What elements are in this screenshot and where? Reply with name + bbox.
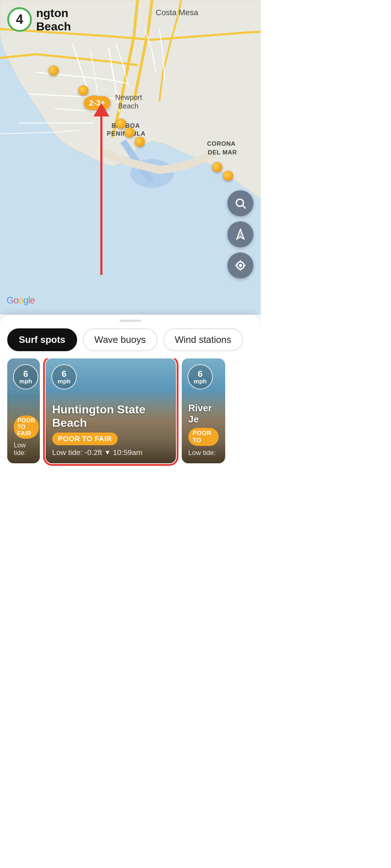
wind-badge-river: 6 mph: [188, 364, 213, 390]
surf-card-huntington[interactable]: 6 mph Huntington State Beach POOR TO FAI…: [46, 358, 176, 463]
google-logo: Google: [7, 295, 35, 306]
surf-card-partial-left[interactable]: 6 mph POOR TO FAIR Low tide:: [7, 358, 40, 463]
surf-marker-6[interactable]: [135, 137, 145, 147]
wind-badge-huntington: 6 mph: [51, 364, 77, 390]
costa-mesa-label: Costa Mesa: [156, 8, 198, 17]
wind-badge-left: 6 mph: [13, 364, 38, 390]
tab-wind-stations[interactable]: Wind stations: [163, 328, 243, 351]
corona-label: CORONA: [207, 140, 236, 148]
newport-label: Newport: [115, 93, 142, 102]
svg-point-6: [239, 264, 241, 267]
map-actions: [227, 190, 253, 278]
surf-marker-5[interactable]: [125, 127, 135, 137]
tide-info-left: Low tide:: [14, 442, 33, 457]
del-mar-label: DEL MAR: [208, 149, 237, 156]
card-title-huntington: Huntington State Beach: [52, 403, 169, 430]
svg-point-2: [236, 199, 244, 207]
quality-badge-river: POOR TO: [188, 428, 219, 446]
location-name: ngton Beach: [36, 7, 71, 33]
svg-line-3: [243, 205, 245, 208]
tab-wave-buoys[interactable]: Wave buoys: [83, 328, 157, 351]
search-map-button[interactable]: [227, 190, 253, 216]
surf-marker-7[interactable]: [212, 162, 222, 172]
number-badge: 4: [7, 7, 32, 32]
tide-info-river: Low tide:: [188, 449, 219, 457]
surf-marker-8[interactable]: [223, 171, 233, 181]
sheet-handle: [119, 320, 141, 322]
surf-marker-2[interactable]: [78, 85, 88, 95]
cluster-marker[interactable]: 2-3+: [84, 96, 110, 110]
card-title-river: River Je: [188, 403, 219, 425]
surf-marker-1[interactable]: [49, 65, 59, 76]
tab-surf-spots[interactable]: Surf spots: [7, 328, 77, 351]
surf-cards-scroll[interactable]: 6 mph POOR TO FAIR Low tide: 6 mph: [0, 358, 261, 473]
beach-label: Beach: [118, 102, 139, 110]
navigate-button[interactable]: [227, 221, 253, 247]
bottom-sheet: Surf spots Wave buoys Wind stations 6 mp…: [0, 315, 261, 564]
svg-marker-4: [237, 229, 244, 239]
map-view[interactable]: Costa Mesa Newport Beach BALBOA PENINSUL…: [0, 0, 261, 315]
locate-button[interactable]: [227, 252, 253, 278]
filter-tabs: Surf spots Wave buoys Wind stations: [0, 328, 261, 358]
quality-badge-left: POOR TO FAIR: [14, 416, 39, 439]
tide-info-huntington: Low tide: -0.2ft ▼ 10:59am: [52, 448, 169, 457]
surf-card-river[interactable]: 6 mph River Je POOR TO Low tide:: [182, 358, 225, 463]
surf-marker-4[interactable]: [116, 119, 126, 129]
quality-badge-huntington: POOR TO FAIR: [52, 433, 118, 445]
